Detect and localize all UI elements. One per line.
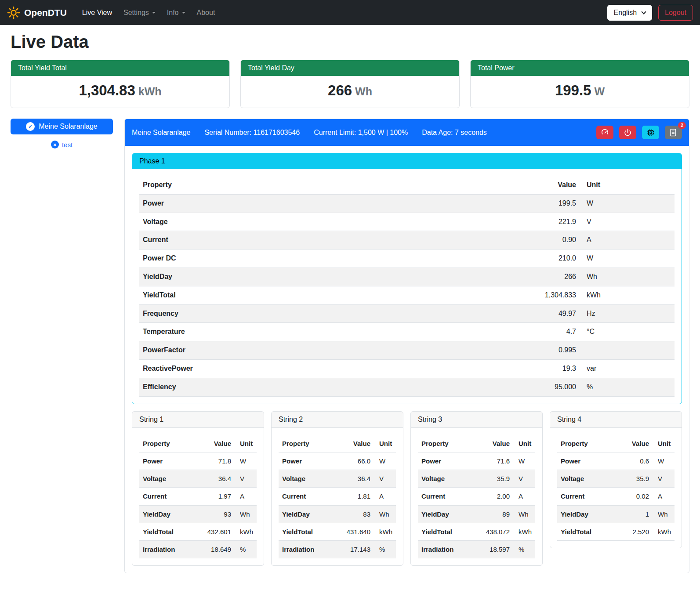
property-cell: Current	[279, 488, 342, 505]
total-power-card: Total Power 199.5W	[470, 60, 689, 108]
table-row: Current0.90A	[139, 231, 675, 250]
unit-cell: A	[235, 488, 257, 505]
unit-cell: var	[580, 359, 675, 378]
property-cell: YieldDay	[557, 505, 621, 523]
unit-cell: V	[653, 470, 675, 488]
inverter-name: Meine Solaranlage	[132, 129, 190, 137]
nav-settings-label: Settings	[123, 9, 149, 17]
value-cell: 36.4	[203, 470, 235, 488]
string-3-card: String 3 Property Value Unit	[410, 411, 543, 566]
strings-grid: String 1 Property Value Unit	[132, 411, 682, 566]
card-title: Total Power	[471, 60, 689, 76]
value-cell: 83	[342, 505, 374, 523]
card-value: 266	[328, 82, 352, 98]
total-yield-day-card: Total Yield Day 266Wh	[240, 60, 460, 108]
nav-info[interactable]: Info	[161, 5, 191, 20]
property-cell: Efficiency	[139, 378, 518, 396]
table-row: Power DC210.0W	[139, 250, 675, 268]
value-cell: 431.640	[342, 523, 374, 540]
page-title: Live Data	[11, 32, 689, 52]
power-settings-button[interactable]	[619, 126, 636, 139]
sidebar-item-meine-solaranlage[interactable]: ✓ Meine Solaranlage	[11, 119, 113, 134]
property-cell: Power	[139, 194, 518, 213]
nav-live-view-label: Live View	[82, 9, 112, 17]
table-row: Power199.5W	[139, 194, 675, 213]
unit-cell: %	[374, 541, 396, 558]
inverter-limit: Current Limit: 1,500 W | 100%	[314, 129, 408, 137]
language-select[interactable]: English	[607, 5, 652, 21]
card-body: 1,304.83kWh	[11, 76, 229, 108]
unit-cell: Wh	[653, 505, 675, 523]
string-table: Property Value Unit Power71.8W Voltage36…	[139, 435, 257, 559]
event-log-button[interactable]: 2	[665, 126, 682, 139]
unit-cell: W	[580, 194, 675, 213]
sidebar-item-test[interactable]: × test	[11, 137, 113, 152]
inverter-card: Meine Solaranlage Serial Number: 1161716…	[124, 119, 689, 573]
value-cell: 0.90	[518, 231, 580, 250]
table-row: YieldDay83Wh	[279, 505, 396, 523]
sidebar-item-label: Meine Solaranlage	[39, 123, 97, 130]
nav-live-view[interactable]: Live View	[76, 5, 118, 20]
phase-body: Property Value Unit Power199.5W Voltage2…	[132, 169, 682, 397]
value-cell: 199.5	[518, 194, 580, 213]
inverter-serial: Serial Number: 116171603546	[204, 129, 300, 137]
unit-cell: %	[580, 378, 675, 396]
value-cell: 1	[621, 505, 653, 523]
property-cell: Voltage	[418, 470, 482, 488]
nav-settings[interactable]: Settings	[118, 5, 161, 20]
unit-cell: A	[513, 488, 535, 505]
card-unit: W	[594, 85, 605, 98]
chevron-down-icon	[641, 9, 646, 14]
property-cell: Power DC	[139, 250, 518, 268]
device-info-button[interactable]	[642, 126, 659, 139]
language-value: English	[614, 9, 637, 17]
nav-info-label: Info	[167, 9, 179, 17]
column-header-value: Value	[518, 176, 580, 194]
table-row: Voltage221.9V	[139, 213, 675, 231]
value-cell: 438.072	[482, 523, 513, 540]
x-circle-icon: ×	[51, 141, 59, 148]
limit-settings-button[interactable]	[596, 126, 613, 139]
property-cell: PowerFactor	[139, 341, 518, 360]
value-cell: 4.7	[518, 323, 580, 341]
column-header-unit: Unit	[235, 435, 257, 452]
value-cell: 1,304.833	[518, 286, 580, 304]
unit-cell: kWh	[235, 523, 257, 540]
property-cell: YieldDay	[279, 505, 342, 523]
property-cell: YieldTotal	[139, 523, 203, 540]
property-cell: Frequency	[139, 304, 518, 323]
column-header-property: Property	[139, 435, 203, 452]
page-container: Live Data Total Yield Total 1,304.83kWh …	[0, 32, 700, 586]
string-table: Property Value Unit Power71.6W Voltage35…	[418, 435, 535, 559]
column-header-property: Property	[139, 176, 518, 194]
value-cell: 221.9	[518, 213, 580, 231]
unit-cell: Hz	[580, 304, 675, 323]
nav-about[interactable]: About	[191, 5, 221, 20]
inverter-card-body: Phase 1 Property Value Unit	[125, 146, 689, 573]
unit-cell: A	[580, 231, 675, 250]
logout-button[interactable]: Logout	[658, 5, 693, 21]
table-row: YieldTotal431.640kWh	[279, 523, 396, 540]
value-cell: 89	[482, 505, 513, 523]
card-unit: kWh	[138, 85, 162, 98]
string-table: Property Value Unit Power66.0W Voltage36…	[279, 435, 396, 559]
check-circle-icon: ✓	[26, 122, 35, 131]
column-header-property: Property	[557, 435, 621, 452]
brand[interactable]: OpenDTU	[7, 6, 67, 19]
card-body: 199.5W	[471, 76, 689, 108]
value-cell: 35.9	[621, 470, 653, 488]
card-title: Total Yield Total	[11, 60, 229, 76]
content-row: ✓ Meine Solaranlage × test Meine Solaran…	[11, 119, 689, 582]
unit-cell: W	[653, 452, 675, 470]
value-cell: 0.6	[621, 452, 653, 470]
property-cell: YieldDay	[418, 505, 482, 523]
table-row: YieldDay89Wh	[418, 505, 535, 523]
string-2-card: String 2 Property Value Unit	[271, 411, 403, 566]
column-header-value: Value	[342, 435, 374, 452]
string-4-card: String 4 Property Value Unit	[550, 411, 682, 549]
value-cell: 0.02	[621, 488, 653, 505]
unit-cell: kWh	[374, 523, 396, 540]
property-cell: Current	[557, 488, 621, 505]
unit-cell: Wh	[580, 268, 675, 286]
nav-links: Live View Settings Info About	[76, 5, 221, 20]
